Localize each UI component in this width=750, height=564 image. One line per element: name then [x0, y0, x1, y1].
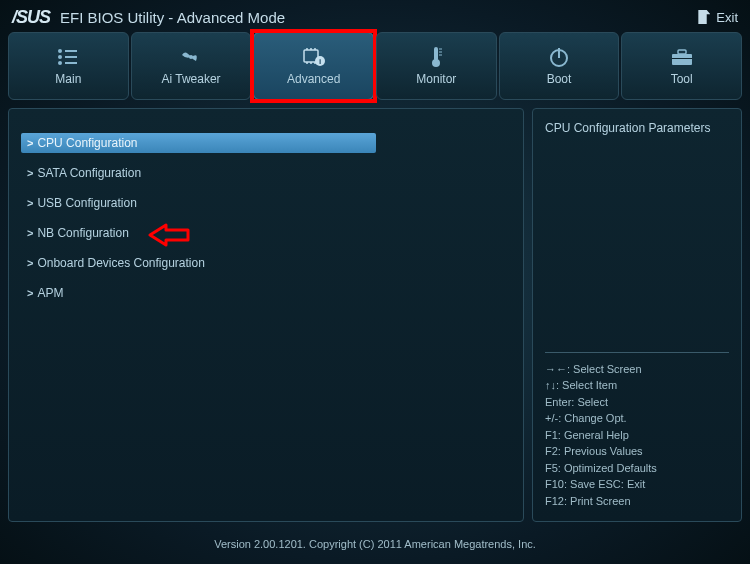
menu-label: SATA Configuration: [37, 166, 141, 180]
chevron-right-icon: >: [27, 137, 33, 149]
chevron-right-icon: >: [27, 197, 33, 209]
chevron-right-icon: >: [27, 257, 33, 269]
exit-label: Exit: [716, 10, 738, 25]
chip-info-icon: i: [302, 46, 326, 68]
menu-label: APM: [37, 286, 63, 300]
svg-point-0: [58, 49, 62, 53]
svg-rect-5: [65, 62, 77, 64]
list-icon: [56, 46, 80, 68]
help-key-line: ↑↓: Select Item: [545, 377, 729, 394]
chevron-right-icon: >: [27, 167, 33, 179]
help-key-line: F5: Optimized Defaults: [545, 460, 729, 477]
tab-label: Advanced: [287, 72, 340, 86]
help-title: CPU Configuration Parameters: [545, 121, 729, 135]
menu-label: CPU Configuration: [37, 136, 137, 150]
tab-main[interactable]: Main: [8, 32, 129, 100]
help-keys: →←: Select Screen ↑↓: Select Item Enter:…: [545, 344, 729, 510]
content-area: > CPU Configuration > SATA Configuration…: [0, 100, 750, 530]
help-box: CPU Configuration Parameters →←: Select …: [532, 108, 742, 522]
menu-usb-configuration[interactable]: > USB Configuration: [21, 193, 376, 213]
tab-label: Boot: [547, 72, 572, 86]
menu-sata-configuration[interactable]: > SATA Configuration: [21, 163, 376, 183]
menu-apm[interactable]: > APM: [21, 283, 376, 303]
svg-rect-24: [678, 50, 686, 54]
chevron-right-icon: >: [27, 287, 33, 299]
exit-icon: [698, 10, 710, 24]
help-panel: CPU Configuration Parameters →←: Select …: [532, 108, 742, 522]
help-key-line: F10: Save ESC: Exit: [545, 476, 729, 493]
tab-label: Monitor: [416, 72, 456, 86]
help-key-line: F1: General Help: [545, 427, 729, 444]
help-key-line: +/-: Change Opt.: [545, 410, 729, 427]
menu-cpu-configuration[interactable]: > CPU Configuration: [21, 133, 376, 153]
tab-bar: Main Ai Tweaker i Advanced Monitor Boot …: [0, 32, 750, 100]
tab-tool[interactable]: Tool: [621, 32, 742, 100]
toolbox-icon: [670, 46, 694, 68]
power-icon: [547, 46, 571, 68]
menu-panel: > CPU Configuration > SATA Configuration…: [8, 108, 524, 522]
svg-point-17: [432, 59, 440, 67]
svg-point-4: [58, 61, 62, 65]
tab-label: Tool: [671, 72, 693, 86]
divider: [545, 352, 729, 353]
help-key-line: F2: Previous Values: [545, 443, 729, 460]
chevron-right-icon: >: [27, 227, 33, 239]
footer-copyright: Version 2.00.1201. Copyright (C) 2011 Am…: [0, 530, 750, 558]
tab-monitor[interactable]: Monitor: [376, 32, 497, 100]
svg-rect-3: [65, 56, 77, 58]
menu-nb-configuration[interactable]: > NB Configuration: [21, 223, 376, 243]
menu-onboard-devices-configuration[interactable]: > Onboard Devices Configuration: [21, 253, 376, 273]
exit-button[interactable]: Exit: [698, 10, 738, 25]
fan-icon: [179, 46, 203, 68]
tab-label: Ai Tweaker: [161, 72, 220, 86]
thermometer-icon: [424, 46, 448, 68]
menu-label: USB Configuration: [37, 196, 136, 210]
svg-rect-25: [672, 58, 692, 59]
help-key-line: Enter: Select: [545, 394, 729, 411]
help-key-line: F12: Print Screen: [545, 493, 729, 510]
svg-rect-1: [65, 50, 77, 52]
tab-label: Main: [55, 72, 81, 86]
help-key-line: →←: Select Screen: [545, 361, 729, 378]
menu-label: NB Configuration: [37, 226, 128, 240]
window-title: EFI BIOS Utility - Advanced Mode: [60, 9, 285, 26]
svg-point-6: [189, 55, 193, 59]
svg-point-2: [58, 55, 62, 59]
asus-logo: /SUS: [12, 7, 50, 28]
svg-rect-23: [672, 54, 692, 65]
svg-text:i: i: [319, 57, 321, 66]
tab-advanced[interactable]: i Advanced: [253, 32, 374, 100]
svg-rect-16: [434, 47, 438, 61]
header-bar: /SUS EFI BIOS Utility - Advanced Mode Ex…: [0, 0, 750, 32]
tab-ai-tweaker[interactable]: Ai Tweaker: [131, 32, 252, 100]
menu-label: Onboard Devices Configuration: [37, 256, 204, 270]
tab-boot[interactable]: Boot: [499, 32, 620, 100]
